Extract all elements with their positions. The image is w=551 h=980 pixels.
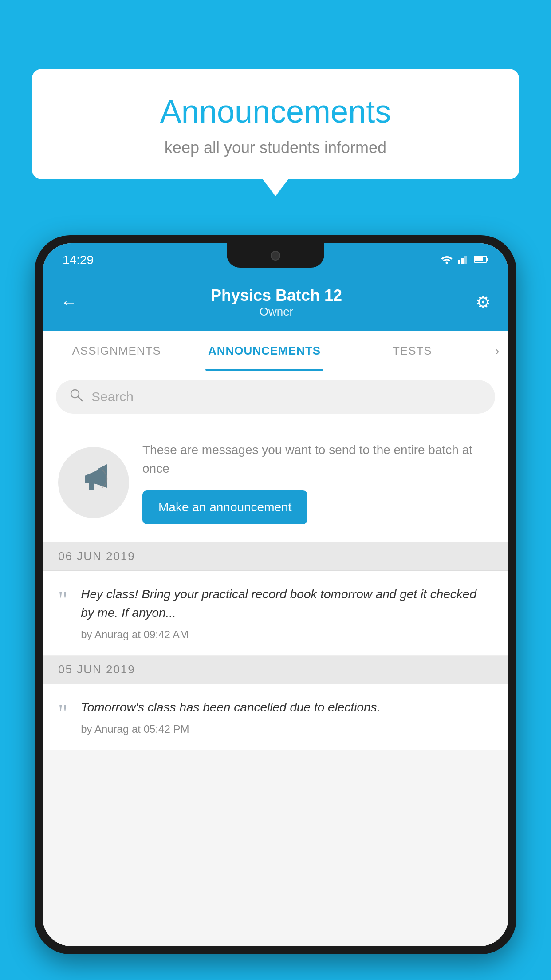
- announcement-text-1: Hey class! Bring your practical record b…: [81, 585, 493, 622]
- search-bar[interactable]: Search: [56, 380, 495, 414]
- quote-icon-1: ": [58, 589, 67, 612]
- promo-content: These are messages you want to send to t…: [142, 441, 493, 524]
- back-button[interactable]: ←: [60, 293, 77, 312]
- phone-inner: 14:29: [43, 243, 508, 946]
- promo-description: These are messages you want to send to t…: [142, 441, 493, 478]
- speech-bubble-section: Announcements keep all your students inf…: [32, 69, 519, 179]
- promo-icon-circle: [58, 447, 129, 518]
- phone-mockup: 14:29: [35, 235, 516, 980]
- svg-rect-5: [487, 258, 488, 261]
- announcement-content-1: Hey class! Bring your practical record b…: [81, 585, 493, 641]
- svg-rect-2: [461, 258, 464, 264]
- search-icon: [69, 388, 83, 406]
- signal-icon: [458, 254, 469, 266]
- tabs-bar: ASSIGNMENTS ANNOUNCEMENTS TESTS ›: [43, 331, 508, 371]
- svg-point-0: [446, 262, 448, 264]
- announcement-meta-2: by Anurag at 05:42 PM: [81, 723, 493, 735]
- announcement-text-2: Tomorrow's class has been cancelled due …: [81, 698, 493, 717]
- speech-bubble: Announcements keep all your students inf…: [32, 69, 519, 179]
- announcement-item-2[interactable]: " Tomorrow's class has been cancelled du…: [43, 684, 508, 750]
- header-title: Physics Batch 12: [211, 286, 342, 305]
- quote-icon-2: ": [58, 702, 67, 725]
- camera-dot: [271, 251, 280, 261]
- tab-tests[interactable]: TESTS: [338, 331, 486, 371]
- megaphone-icon: [74, 459, 114, 506]
- promo-card: These are messages you want to send to t…: [43, 423, 508, 542]
- tab-assignments[interactable]: ASSIGNMENTS: [43, 331, 190, 371]
- tab-announcements[interactable]: ANNOUNCEMENTS: [190, 331, 338, 371]
- battery-icon: [474, 255, 488, 265]
- header-center: Physics Batch 12 Owner: [211, 286, 342, 319]
- announcement-content-2: Tomorrow's class has been cancelled due …: [81, 698, 493, 735]
- status-time: 14:29: [63, 253, 94, 267]
- date-separator-1: 06 JUN 2019: [43, 542, 508, 571]
- announcement-meta-1: by Anurag at 09:42 AM: [81, 628, 493, 641]
- tab-more[interactable]: ›: [486, 344, 508, 358]
- svg-rect-6: [475, 257, 483, 261]
- content-area: Search: [43, 371, 508, 946]
- svg-rect-3: [464, 256, 467, 264]
- make-announcement-button[interactable]: Make an announcement: [142, 490, 307, 524]
- svg-rect-1: [458, 260, 460, 264]
- date-separator-2: 05 JUN 2019: [43, 656, 508, 684]
- phone-notch: [227, 243, 324, 268]
- svg-line-8: [78, 397, 83, 401]
- speech-bubble-subtitle: keep all your students informed: [59, 138, 492, 157]
- search-container: Search: [43, 371, 508, 423]
- search-placeholder: Search: [91, 389, 134, 404]
- phone-outer: 14:29: [35, 235, 516, 954]
- speech-bubble-title: Announcements: [59, 93, 492, 130]
- app-header: ← Physics Batch 12 Owner ⚙: [43, 273, 508, 331]
- announcement-item-1[interactable]: " Hey class! Bring your practical record…: [43, 571, 508, 656]
- header-subtitle: Owner: [211, 305, 342, 319]
- status-icons: [441, 254, 488, 266]
- wifi-icon: [441, 254, 453, 266]
- settings-icon[interactable]: ⚙: [476, 292, 491, 312]
